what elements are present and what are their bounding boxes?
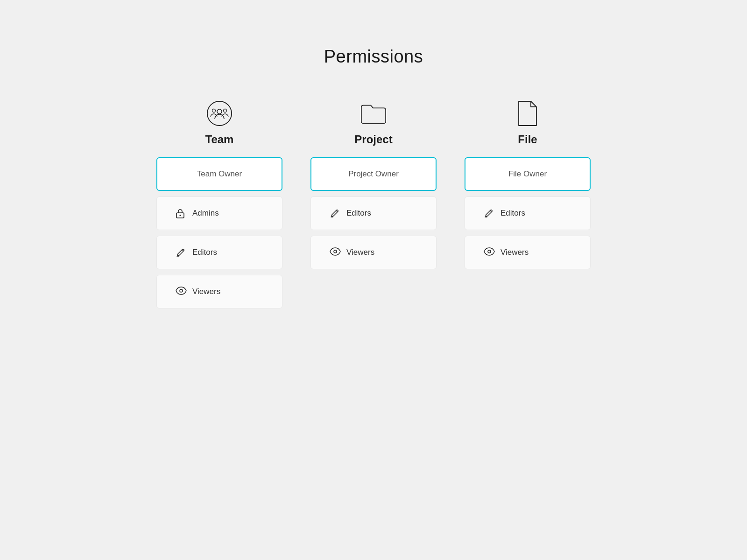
team-viewers-card[interactable]: Viewers (156, 275, 282, 308)
file-owner-label: File Owner (508, 169, 547, 179)
pen-icon-team (176, 247, 186, 258)
project-owner-card[interactable]: Project Owner (310, 157, 437, 191)
team-viewers-label: Viewers (192, 287, 220, 296)
team-column: Team Team Owner Admins (156, 99, 282, 314)
eye-icon-project (330, 247, 340, 258)
columns-wrapper: Team Team Owner Admins (156, 99, 591, 314)
project-column: Project Project Owner Editors (310, 99, 437, 275)
team-editors-label: Editors (192, 248, 217, 257)
project-viewers-label: Viewers (346, 248, 374, 257)
file-owner-card[interactable]: File Owner (465, 157, 591, 191)
team-owner-card[interactable]: Team Owner (156, 157, 282, 191)
page-title: Permissions (324, 47, 423, 67)
svg-point-3 (224, 109, 227, 112)
file-viewers-card[interactable]: Viewers (465, 236, 591, 269)
svg-point-8 (488, 250, 491, 253)
svg-point-1 (217, 109, 222, 114)
pen-icon-file (484, 208, 494, 218)
svg-point-5 (180, 215, 181, 216)
project-column-title: Project (354, 133, 392, 146)
eye-icon-team (176, 287, 186, 297)
page-container: Permissions Team Team (0, 0, 747, 560)
project-editors-label: Editors (346, 209, 371, 218)
pen-icon-project (330, 208, 340, 218)
svg-point-7 (334, 250, 337, 253)
file-icon (514, 99, 542, 127)
team-column-title: Team (205, 133, 234, 146)
svg-point-0 (207, 101, 232, 126)
team-icon (205, 99, 233, 127)
team-owner-label: Team Owner (197, 169, 242, 179)
svg-point-6 (180, 289, 183, 292)
file-column: File File Owner Editors (465, 99, 591, 275)
lock-icon (176, 208, 186, 218)
project-owner-label: Project Owner (348, 169, 399, 179)
svg-point-2 (212, 109, 216, 112)
file-editors-label: Editors (500, 209, 525, 218)
file-editors-card[interactable]: Editors (465, 196, 591, 230)
file-viewers-label: Viewers (500, 248, 529, 257)
team-admins-card[interactable]: Admins (156, 196, 282, 230)
project-viewers-card[interactable]: Viewers (310, 236, 437, 269)
eye-icon-file (484, 247, 494, 258)
team-editors-card[interactable]: Editors (156, 236, 282, 269)
project-editors-card[interactable]: Editors (310, 196, 437, 230)
file-column-title: File (518, 133, 537, 146)
folder-icon (359, 99, 388, 127)
team-admins-label: Admins (192, 209, 219, 218)
